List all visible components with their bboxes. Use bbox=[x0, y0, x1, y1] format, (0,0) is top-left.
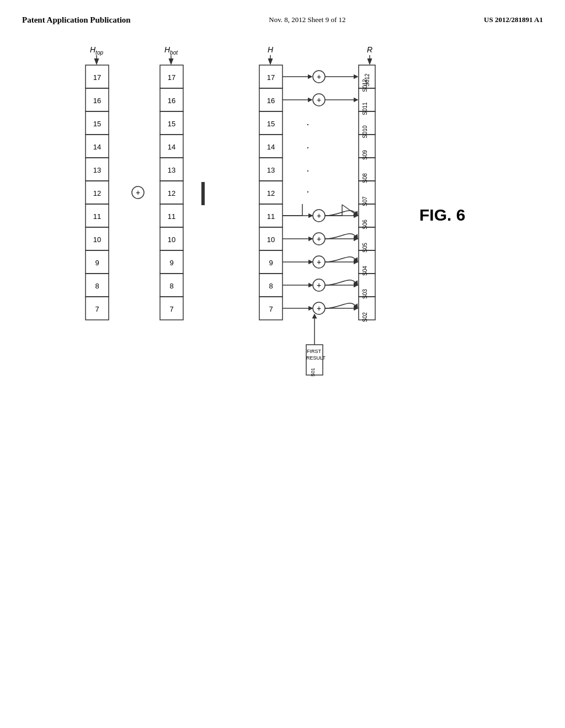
svg-text:16: 16 bbox=[168, 97, 175, 105]
svg-text:15: 15 bbox=[168, 120, 175, 128]
svg-text:S012: S012 bbox=[362, 79, 368, 92]
svg-rect-13 bbox=[86, 204, 109, 227]
svg-text:R: R bbox=[367, 45, 372, 54]
page-header: Patent Application Publication Nov. 8, 2… bbox=[0, 0, 565, 25]
svg-point-124 bbox=[313, 256, 325, 268]
svg-text:15: 15 bbox=[267, 120, 275, 128]
svg-rect-37 bbox=[160, 204, 183, 227]
svg-text:S011: S011 bbox=[362, 102, 368, 115]
svg-text:14: 14 bbox=[168, 143, 175, 151]
svg-point-47 bbox=[132, 186, 144, 199]
svg-text:+: + bbox=[317, 258, 321, 266]
svg-rect-56 bbox=[259, 111, 282, 135]
svg-text:17: 17 bbox=[168, 73, 175, 82]
svg-text:12: 12 bbox=[168, 189, 175, 197]
svg-rect-41 bbox=[160, 250, 183, 274]
svg-point-132 bbox=[313, 302, 325, 314]
svg-text:S02: S02 bbox=[362, 312, 368, 322]
svg-text:S012: S012 bbox=[364, 73, 370, 87]
patent-number: US 2012/281891 A1 bbox=[484, 15, 543, 24]
publication-title: Patent Application Publication bbox=[22, 15, 131, 25]
svg-text:7: 7 bbox=[169, 305, 173, 313]
svg-text:+: + bbox=[317, 234, 321, 243]
svg-rect-29 bbox=[160, 111, 183, 135]
svg-text:8: 8 bbox=[95, 282, 99, 290]
svg-text:8: 8 bbox=[269, 282, 273, 290]
svg-text:RESULT: RESULT bbox=[306, 355, 326, 361]
svg-rect-33 bbox=[160, 158, 183, 181]
svg-rect-136 bbox=[306, 345, 323, 375]
svg-text:12: 12 bbox=[267, 189, 275, 197]
svg-text:12: 12 bbox=[93, 189, 101, 197]
svg-line-117 bbox=[342, 205, 358, 216]
svg-rect-19 bbox=[86, 274, 109, 297]
svg-rect-35 bbox=[160, 181, 183, 204]
svg-rect-87 bbox=[359, 181, 375, 204]
svg-rect-54 bbox=[259, 88, 282, 111]
svg-text:S09: S09 bbox=[362, 150, 368, 160]
svg-rect-15 bbox=[86, 227, 109, 250]
svg-rect-64 bbox=[259, 204, 282, 227]
svg-rect-91 bbox=[359, 227, 375, 250]
svg-rect-89 bbox=[359, 204, 375, 227]
svg-text:+: + bbox=[136, 188, 140, 197]
svg-rect-62 bbox=[259, 181, 282, 204]
svg-rect-58 bbox=[259, 135, 282, 158]
svg-rect-95 bbox=[359, 274, 375, 297]
svg-point-104 bbox=[313, 94, 325, 106]
svg-text:•: • bbox=[307, 145, 309, 150]
svg-text:S01: S01 bbox=[310, 368, 316, 377]
svg-rect-25 bbox=[160, 65, 183, 88]
svg-text:14: 14 bbox=[267, 143, 275, 151]
svg-rect-93 bbox=[359, 250, 375, 274]
svg-text:FIRST: FIRST bbox=[307, 349, 322, 354]
svg-text:Hbot: Hbot bbox=[164, 45, 178, 56]
svg-rect-76 bbox=[359, 65, 375, 88]
svg-rect-17 bbox=[86, 250, 109, 274]
svg-text:8: 8 bbox=[169, 282, 173, 290]
svg-rect-31 bbox=[160, 135, 183, 158]
svg-rect-5 bbox=[86, 111, 109, 135]
svg-rect-81 bbox=[359, 111, 375, 135]
svg-rect-3 bbox=[86, 88, 109, 111]
svg-text:S08: S08 bbox=[362, 173, 368, 183]
svg-text:10: 10 bbox=[93, 235, 101, 244]
svg-rect-70 bbox=[259, 274, 282, 297]
svg-text:10: 10 bbox=[267, 235, 275, 244]
svg-text:7: 7 bbox=[269, 305, 273, 313]
svg-text:13: 13 bbox=[267, 166, 275, 174]
svg-text:9: 9 bbox=[95, 259, 99, 267]
svg-text:17: 17 bbox=[93, 73, 101, 82]
diagram-svg: Htop 17 16 15 14 13 12 11 10 9 8 7 Hbot … bbox=[0, 0, 565, 607]
svg-text:FIG. 6: FIG. 6 bbox=[419, 206, 465, 224]
svg-text:9: 9 bbox=[169, 259, 173, 267]
svg-rect-83 bbox=[359, 135, 375, 158]
svg-rect-72 bbox=[259, 297, 282, 320]
svg-text:13: 13 bbox=[93, 166, 101, 174]
svg-rect-79 bbox=[359, 88, 375, 111]
htop-label: Htop bbox=[90, 45, 103, 56]
svg-text:14: 14 bbox=[93, 143, 101, 151]
svg-rect-1 bbox=[86, 65, 109, 88]
svg-text:16: 16 bbox=[93, 97, 101, 105]
sheet-info: Nov. 8, 2012 Sheet 9 of 12 bbox=[269, 15, 345, 24]
svg-text:•: • bbox=[307, 168, 309, 173]
svg-rect-49 bbox=[201, 182, 205, 205]
svg-rect-43 bbox=[160, 274, 183, 297]
svg-text:S010: S010 bbox=[362, 125, 368, 138]
svg-point-120 bbox=[313, 233, 325, 245]
svg-text:+: + bbox=[317, 72, 321, 81]
svg-text:+: + bbox=[317, 281, 321, 290]
svg-rect-66 bbox=[259, 227, 282, 250]
svg-text:15: 15 bbox=[93, 120, 101, 128]
svg-rect-21 bbox=[86, 297, 109, 320]
svg-text:13: 13 bbox=[168, 166, 175, 174]
svg-text:•: • bbox=[307, 122, 309, 127]
svg-text:11: 11 bbox=[168, 212, 175, 221]
svg-rect-39 bbox=[160, 227, 183, 250]
svg-rect-52 bbox=[259, 65, 282, 88]
svg-rect-85 bbox=[359, 158, 375, 181]
svg-text:11: 11 bbox=[267, 212, 275, 221]
svg-rect-9 bbox=[86, 158, 109, 181]
svg-rect-68 bbox=[259, 250, 282, 274]
